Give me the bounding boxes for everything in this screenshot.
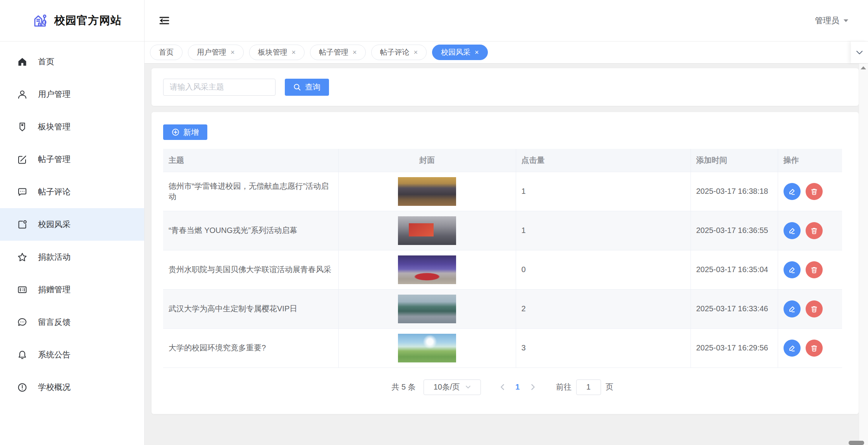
card-icon [17,285,28,295]
plus-circle-icon [172,128,179,136]
search-card: 查询 [152,68,859,106]
chevron-left-icon[interactable] [496,379,509,395]
close-icon[interactable]: × [292,49,296,56]
goto-label: 前往 [556,382,572,392]
table-row: 德州市“学雷锋进校园，无偿献血志愿行”活动启动 1 2025-03-17 16:… [163,172,842,211]
sidebar-item-boards[interactable]: 板块管理 [0,110,144,143]
sidebar-item-announcements[interactable]: 系统公告 [0,338,144,371]
chevron-down-icon[interactable] [851,41,868,63]
delete-button[interactable] [806,183,823,200]
tab-label: 帖子评论 [380,47,410,57]
cell-title: “青春当燃 YOUNG戎光”系列活动启幕 [163,211,338,250]
sidebar-item-home[interactable]: 首页 [0,45,144,78]
edit-pencil-icon [788,227,796,235]
edit-button[interactable] [784,183,801,200]
table-row: 武汉大学为高中生定制专属樱花VIP日 2 2025-03-17 16:33:46 [163,289,842,328]
page-number-current[interactable]: 1 [509,383,526,392]
topbar: 管理员 [145,0,868,41]
trash-icon [810,266,818,274]
info-circle-icon [17,382,28,393]
tab-home[interactable]: 首页 [150,45,183,60]
search-button[interactable]: 查询 [285,79,329,96]
tab-user-management[interactable]: 用户管理 × [188,45,244,60]
cell-time: 2025-03-17 16:29:56 [691,328,778,367]
tab-post-management[interactable]: 帖子管理 × [310,45,366,60]
sidebar-item-comments[interactable]: 帖子评论 [0,176,144,208]
column-header-time: 添加时间 [691,149,778,172]
sidebar-item-users[interactable]: 用户管理 [0,78,144,110]
tab-post-comments[interactable]: 帖子评论 × [371,45,427,60]
collapse-menu-icon[interactable] [158,15,170,26]
tab-label: 校园风采 [441,47,470,57]
data-table: 主题 封面 点击量 添加时间 操作 德州市“学雷锋进校园，无偿献血志愿行”活动启… [163,149,842,368]
sidebar-item-donation-activities[interactable]: 捐款活动 [0,241,144,273]
app-title: 校园官方网站 [54,13,122,28]
scroll-thumb[interactable] [849,441,864,445]
goto-page-input[interactable] [576,379,601,395]
cell-title: 贵州水职院与美国贝佛大学联谊活动展青春风采 [163,250,338,289]
close-icon[interactable]: × [231,49,235,56]
tag-icon [17,122,28,132]
tab-campus-style[interactable]: 校园风采 × [432,45,488,60]
tab-label: 用户管理 [197,47,226,57]
cover-image [398,177,456,206]
tab-label: 首页 [159,47,174,57]
pagination: 共 5 条 10条/页 1 前往 [163,379,842,395]
scroll-up-icon[interactable] [860,66,866,70]
chevron-right-icon[interactable] [526,379,540,395]
delete-button[interactable] [806,340,823,357]
table-row: 大学的校园环境究竟多重要? 3 2025-03-17 16:29:56 [163,328,842,367]
cover-image [398,334,456,362]
cell-time: 2025-03-17 16:36:55 [691,211,778,250]
sidebar-item-school-overview[interactable]: 学校概况 [0,371,144,404]
edit-pencil-icon [788,188,796,195]
trash-icon [810,344,818,352]
edit-button[interactable] [784,340,801,357]
comment-icon [17,187,28,197]
page-size-value: 10条/页 [434,382,460,392]
sidebar-item-label: 用户管理 [38,89,71,100]
bell-icon [17,350,28,360]
scrollbar[interactable] [859,64,868,445]
star-icon [17,252,28,262]
sidebar-item-label: 帖子评论 [38,186,71,197]
sidebar-item-label: 捐款活动 [38,252,71,262]
add-button[interactable]: 新增 [163,124,207,140]
logo-icon [33,13,48,28]
sidebar-item-feedback[interactable]: 留言反馈 [0,306,144,338]
edit-button[interactable] [784,300,801,317]
sidebar-item-label: 学校概况 [38,382,71,393]
search-input[interactable] [163,79,276,96]
delete-button[interactable] [806,261,823,278]
sidebar-item-label: 捐赠管理 [38,284,71,295]
cell-clicks: 0 [516,250,691,289]
cell-time: 2025-03-17 16:33:46 [691,289,778,328]
tab-board-management[interactable]: 板块管理 × [249,45,305,60]
close-icon[interactable]: × [353,49,357,56]
pagination-goto: 前往 页 [556,379,613,395]
sidebar-item-campus-style[interactable]: 校园风采 [0,208,144,241]
pagination-total: 共 5 条 [391,382,415,392]
chevron-down-icon [465,385,471,389]
sidebar-item-donation-management[interactable]: 捐赠管理 [0,273,144,306]
close-icon[interactable]: × [475,49,479,56]
close-icon[interactable]: × [414,49,418,56]
sidebar-item-label: 板块管理 [38,121,71,132]
delete-button[interactable] [806,300,823,317]
table-row: 贵州水职院与美国贝佛大学联谊活动展青春风采 0 2025-03-17 16:35… [163,250,842,289]
edit-pencil-icon [788,305,796,313]
sidebar-item-posts[interactable]: 帖子管理 [0,143,144,176]
column-header-cover: 封面 [338,149,516,172]
edit-button[interactable] [784,222,801,239]
user-menu[interactable]: 管理员 [815,15,849,26]
edit-button[interactable] [784,261,801,278]
edit-pencil-icon [788,266,796,274]
delete-button[interactable] [806,222,823,239]
chat-round-icon [17,317,28,328]
sidebar-item-label: 系统公告 [38,349,71,360]
sidebar-item-label: 帖子管理 [38,154,71,165]
page-size-select[interactable]: 10条/页 [424,379,481,395]
content: 查询 新增 主题 封面 点击量 [145,64,868,445]
cell-clicks: 3 [516,328,691,367]
trash-icon [810,227,818,235]
